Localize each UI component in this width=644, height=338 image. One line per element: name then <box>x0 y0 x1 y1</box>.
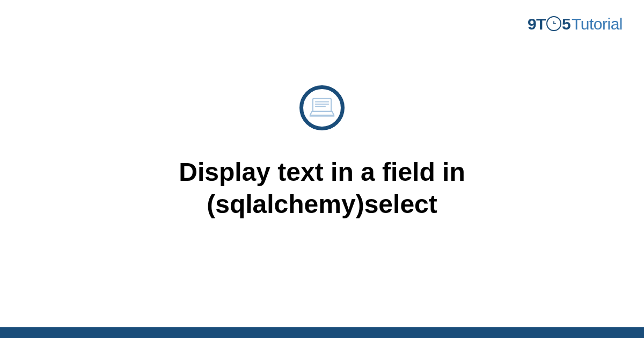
page-title: Display text in a field in (sqlalchemy)s… <box>80 156 564 221</box>
main-content: Display text in a field in (sqlalchemy)s… <box>0 0 644 338</box>
svg-rect-2 <box>313 99 331 112</box>
footer-divider <box>0 327 644 338</box>
laptop-icon <box>299 85 345 130</box>
